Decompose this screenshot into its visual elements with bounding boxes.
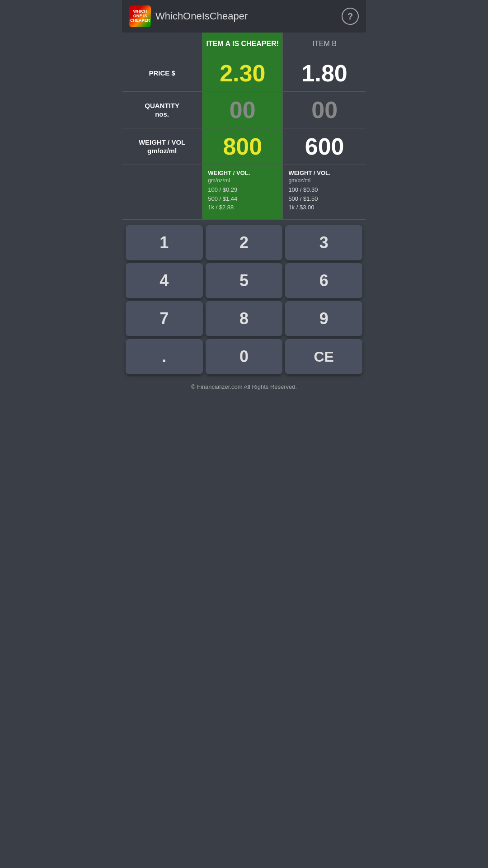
app-logo: WHICH ONE IS CHEAPER [129,5,151,27]
summary-b-line2: 500 / $1.50 [288,194,361,203]
quantity-label: QUANTITYnos. [145,101,179,119]
weight-label-cell: WEIGHT / VOLgm/oz/ml [122,128,202,165]
key-2[interactable]: 2 [206,225,283,260]
quantity-label-cell: QUANTITYnos. [122,92,202,128]
weight-b-cell[interactable]: 600 [283,128,366,165]
key-7[interactable]: 7 [126,301,203,336]
weight-row: WEIGHT / VOLgm/oz/ml 800 600 [122,128,366,165]
summary-b-subtitle: gm/oz/ml [288,177,361,184]
summary-b-cell: WEIGHT / VOL. gm/oz/ml 100 / $0.30 500 /… [283,165,366,219]
weight-a-value: 800 [223,133,262,160]
quantity-b-value: 00 [311,96,338,123]
app-header: WHICH ONE IS CHEAPER WhichOneIsCheaper ? [122,0,366,33]
weight-b-value: 600 [305,133,344,160]
price-b-cell[interactable]: 1.80 [283,55,366,91]
summary-a-title: WEIGHT / VOL. [208,170,277,176]
summary-b-line3: 1k / $3.00 [288,203,361,212]
keypad-row-1: 1 2 3 [126,225,362,260]
summary-a-line3: 1k / $2.88 [208,203,277,212]
keypad: 1 2 3 4 5 6 7 8 9 . 0 CE [122,222,366,378]
item-a-header: ITEM A IS CHEAPER! [206,40,279,48]
footer-text: © Financializer.com All Rights Reserved. [191,383,297,390]
summary-label-cell [122,165,202,219]
help-button[interactable]: ? [342,8,359,25]
quantity-row: QUANTITYnos. 00 00 [122,92,366,128]
summary-row: WEIGHT / VOL. gm/oz/ml 100 / $0.29 500 /… [122,165,366,220]
summary-a-subtitle: gm/oz/ml [208,177,277,184]
summary-a-line2: 500 / $1.44 [208,194,277,203]
keypad-row-2: 4 5 6 [126,263,362,298]
quantity-a-value: 00 [230,96,256,123]
key-4[interactable]: 4 [126,263,203,298]
keypad-row-4: . 0 CE [126,339,362,374]
item-b-header: ITEM B [313,40,337,48]
table-header-row: ITEM A IS CHEAPER! ITEM B [122,33,366,55]
price-a-cell[interactable]: 2.30 [202,55,283,91]
header-cell-b: ITEM B [283,33,366,55]
summary-a-line1: 100 / $0.29 [208,185,277,194]
key-9[interactable]: 9 [285,301,362,336]
key-6[interactable]: 6 [285,263,362,298]
key-dot[interactable]: . [126,339,203,374]
keypad-row-3: 7 8 9 [126,301,362,336]
key-1[interactable]: 1 [126,225,203,260]
header-label-cell [122,33,202,55]
price-a-value: 2.30 [220,60,265,87]
summary-b-title: WEIGHT / VOL. [288,170,361,176]
quantity-b-cell[interactable]: 00 [283,92,366,128]
key-0[interactable]: 0 [206,339,283,374]
weight-a-cell[interactable]: 800 [202,128,283,165]
key-ce[interactable]: CE [285,339,362,374]
header-left: WHICH ONE IS CHEAPER WhichOneIsCheaper [129,5,248,27]
price-b-value: 1.80 [302,60,347,87]
header-cell-a: ITEM A IS CHEAPER! [202,33,283,55]
weight-label: WEIGHT / VOLgm/oz/ml [139,138,185,156]
key-5[interactable]: 5 [206,263,283,298]
app-title: WhichOneIsCheaper [155,10,248,22]
price-label-cell: PRICE $ [122,55,202,91]
key-8[interactable]: 8 [206,301,283,336]
quantity-a-cell[interactable]: 00 [202,92,283,128]
footer: © Financializer.com All Rights Reserved. [122,378,366,399]
key-3[interactable]: 3 [285,225,362,260]
summary-a-cell: WEIGHT / VOL. gm/oz/ml 100 / $0.29 500 /… [202,165,283,219]
price-row: PRICE $ 2.30 1.80 [122,55,366,92]
summary-b-line1: 100 / $0.30 [288,185,361,194]
comparison-table: ITEM A IS CHEAPER! ITEM B PRICE $ 2.30 1… [122,33,366,220]
